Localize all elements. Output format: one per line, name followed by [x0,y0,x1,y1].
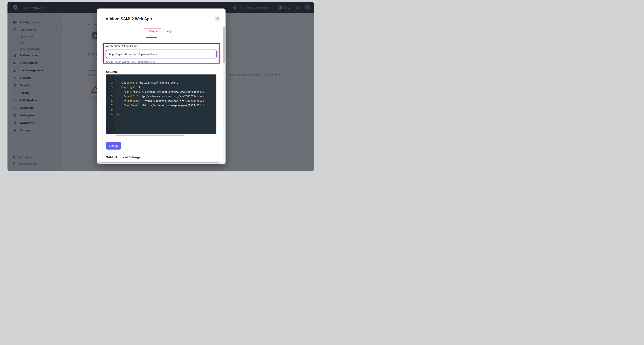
callback-url-input[interactable] [106,50,217,58]
callback-url-helper: SAML Token will be POSTed to this URL. [106,60,156,63]
page: dev-tyj7qyzz Discuss your needs Docs [0,0,322,172]
annotation-box-settings-tab [144,29,162,38]
modal-vertical-scrollbar[interactable] [223,26,225,161]
editor-scroll-thumb[interactable] [116,135,184,136]
callback-url-label: Application Callback URL [106,45,138,48]
modal-horizontal-scroll-thumb[interactable] [98,162,220,164]
modal-horizontal-scrollbar[interactable] [97,161,226,164]
modal-title: Addon: SAML2 Web App [106,17,152,21]
settings-section-label: Settings [106,70,118,73]
saml-protocol-settings-heading: SAML Protocol Settings [106,155,140,159]
settings-code-editor[interactable]: 123456789 { "audience": "https://saml.bo… [106,75,216,137]
editor-line-numbers: 123456789 [106,75,115,134]
editor-code[interactable]: { "audience": "https://saml.boxyhq.com",… [115,75,216,134]
tabs-divider [103,38,223,38]
modal-vertical-scroll-thumb[interactable] [223,27,225,63]
close-icon[interactable]: ✕ [214,16,220,22]
debug-button[interactable]: Debug [106,142,121,150]
tab-usage[interactable]: Usage [162,30,175,33]
editor-horizontal-scrollbar[interactable] [106,134,216,137]
addon-modal: Addon: SAML2 Web App ✕ Settings Usage Ap… [97,9,226,164]
